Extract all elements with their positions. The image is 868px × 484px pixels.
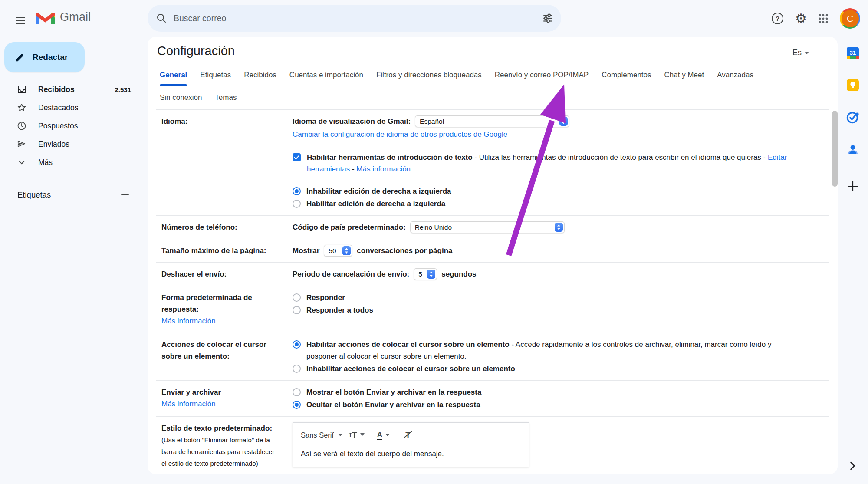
row-enviar-archivar: Enviar y archivar Más información Mostra… <box>156 381 829 417</box>
gmail-m-icon <box>36 10 55 24</box>
cancel-period-suffix: segundos <box>441 268 476 280</box>
stepper-icon <box>427 270 435 279</box>
user-avatar[interactable]: C <box>840 8 860 29</box>
country-code-select[interactable]: Reino Unido <box>410 221 565 233</box>
select-value: Español <box>420 115 444 127</box>
pencil-icon <box>15 53 25 63</box>
tab-chat-meet[interactable]: Chat y Meet <box>664 71 704 86</box>
hover-actions-on-bold: Habilitar acciones de colocar el cursor … <box>306 340 510 349</box>
tab-sin-conexion[interactable]: Sin conexión <box>160 93 202 108</box>
chevron-down-icon <box>805 52 809 54</box>
help-icon[interactable]: ? <box>772 13 783 24</box>
toolbar-divider <box>396 429 396 441</box>
hide-send-archive-label: Ocultar el botón Enviar y archivar en la… <box>306 399 480 411</box>
font-family-dropdown[interactable]: Sans Serif <box>301 429 342 441</box>
tasks-icon[interactable] <box>846 111 859 124</box>
settings-tabs-row2: Sin conexión Temas <box>148 93 838 108</box>
get-addons-plus-icon[interactable] <box>847 181 858 192</box>
gmail-logo[interactable]: Gmail <box>36 10 91 24</box>
tab-recibidos[interactable]: Recibidos <box>244 71 276 86</box>
calendar-icon[interactable]: 31 <box>846 46 859 59</box>
compose-label: Redactar <box>33 53 68 62</box>
hover-actions-off-label: Inhabilitar acciones de colocar el curso… <box>306 363 515 375</box>
more-info-link[interactable]: Más información <box>356 165 411 173</box>
contacts-icon[interactable] <box>846 143 859 156</box>
input-tools-checkbox[interactable] <box>293 153 301 161</box>
reply-all-radio[interactable] <box>293 306 301 314</box>
change-language-link[interactable]: Cambiar la configuración de idioma de ot… <box>293 130 507 138</box>
rtl-on-radio[interactable] <box>293 200 301 208</box>
input-tools-bold: Habilitar herramientas de introducción d… <box>307 153 473 161</box>
remove-formatting-icon[interactable]: T <box>402 429 414 441</box>
settings-gear-icon[interactable]: ⚙ <box>795 12 807 25</box>
hover-actions-off-radio[interactable] <box>293 365 301 373</box>
sidebar-item-enviados[interactable]: Enviados <box>0 135 148 153</box>
clock-icon <box>16 121 27 131</box>
chevron-down-icon <box>16 161 27 165</box>
hide-send-archive-radio[interactable] <box>293 401 301 409</box>
hover-actions-on-radio[interactable] <box>293 340 301 349</box>
settings-card: Configuración Es General Etiquetas Recib… <box>148 37 838 474</box>
row-acciones-cursor: Acciones de colocar el cursor sobre un e… <box>156 333 829 381</box>
labels-header-row: Etiquetas <box>0 190 148 200</box>
tab-temas[interactable]: Temas <box>215 93 237 108</box>
calendar-day-label: 31 <box>850 49 856 56</box>
sidebar: Redactar Recibidos 2.531 Destacados Posp… <box>0 37 148 200</box>
cancel-period-select[interactable]: 5 <box>414 268 437 280</box>
row-label: Estilo de texto predeterminado: <box>161 422 275 434</box>
display-language-select[interactable]: Español <box>415 115 569 127</box>
search-input[interactable] <box>174 13 542 23</box>
avatar-letter: C <box>842 10 859 27</box>
row-estilo-texto: Estilo de texto predeterminado: (Usa el … <box>156 417 829 474</box>
language-selector-label: Es <box>792 48 802 57</box>
sidebar-item-destacados[interactable]: Destacados <box>0 99 148 117</box>
page-title: Configuración <box>157 43 235 59</box>
chevron-down-icon <box>360 433 365 436</box>
row-tamano: Tamaño máximo de la página: Mostrar 50 c… <box>156 239 829 263</box>
more-info-link[interactable]: Más información <box>161 317 216 325</box>
sidebar-item-pospuestos[interactable]: Pospuestos <box>0 117 148 135</box>
show-send-archive-label: Mostrar el botón Enviar y archivar en la… <box>306 386 481 398</box>
stepper-icon <box>559 117 568 126</box>
rtl-off-radio[interactable] <box>293 187 301 195</box>
sidebar-item-mas[interactable]: Más <box>0 153 148 171</box>
tab-complementos[interactable]: Complementos <box>602 71 651 86</box>
chevron-right-icon[interactable] <box>850 461 856 470</box>
sidebar-item-label: Recibidos <box>38 85 75 94</box>
page-size-select[interactable]: 50 <box>324 245 352 257</box>
rail-divider <box>846 168 859 168</box>
tune-icon[interactable] <box>542 13 553 24</box>
tab-general[interactable]: General <box>160 71 187 86</box>
gmail-logo-text: Gmail <box>60 10 91 24</box>
font-family-value: Sans Serif <box>301 429 334 441</box>
link-separator: - <box>350 165 356 173</box>
row-deshacer: Deshacer el envío: Periodo de cancelació… <box>156 263 829 286</box>
search-bar[interactable] <box>148 5 561 32</box>
tab-reenvio-pop-imap[interactable]: Reenvío y correo POP/IMAP <box>495 71 589 86</box>
reply-radio[interactable] <box>293 293 301 302</box>
row-label: Tamaño máximo de la página: <box>161 245 275 257</box>
text-style-preview: Así se verá el texto del cuerpo del mens… <box>301 448 521 460</box>
chevron-down-icon <box>385 434 390 436</box>
add-label-plus-icon[interactable] <box>121 191 129 199</box>
text-color-dropdown[interactable]: A <box>377 431 390 440</box>
scrollbar-thumb[interactable] <box>832 111 838 187</box>
tab-filtros-bloqueadas[interactable]: Filtros y direcciones bloqueadas <box>376 71 482 86</box>
chevron-down-icon <box>338 434 342 436</box>
show-send-archive-radio[interactable] <box>293 388 301 396</box>
apps-grid-icon[interactable] <box>819 14 828 23</box>
font-size-dropdown[interactable]: TT <box>349 431 365 439</box>
tab-etiquetas[interactable]: Etiquetas <box>200 71 231 86</box>
keep-icon[interactable] <box>846 79 859 92</box>
tab-cuentas-importacion[interactable]: Cuentas e importación <box>289 71 363 86</box>
search-icon[interactable] <box>156 13 167 23</box>
sidebar-item-recibidos[interactable]: Recibidos 2.531 <box>0 80 148 99</box>
inbox-icon <box>16 85 27 94</box>
tab-avanzadas[interactable]: Avanzadas <box>717 71 753 86</box>
row-telefono: Números de teléfono: Código de país pred… <box>156 216 829 239</box>
hamburger-menu-icon[interactable] <box>13 13 28 25</box>
more-info-link[interactable]: Más información <box>161 400 216 408</box>
row-label: Enviar y archivar <box>161 386 275 398</box>
language-selector[interactable]: Es <box>792 48 809 57</box>
compose-button[interactable]: Redactar <box>4 42 85 72</box>
